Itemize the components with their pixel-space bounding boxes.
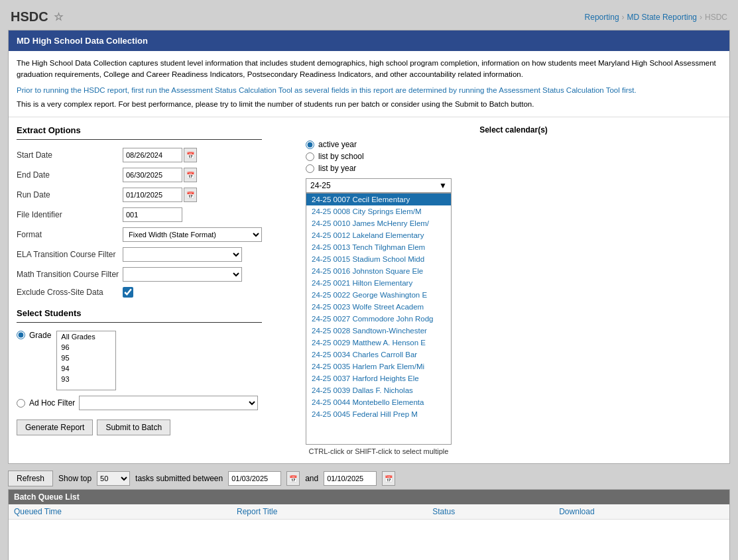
extract-options-title: Extract Options [17, 125, 295, 135]
refresh-button[interactable]: Refresh [8, 471, 53, 486]
grades-all[interactable]: All Grades [57, 331, 115, 342]
calendar-dropdown-value: 24-25 [310, 181, 331, 190]
batch-toolbar: Refresh Show top 50 tasks submitted betw… [8, 468, 730, 489]
calendar-item[interactable]: 24-25 0010 James McHenry Elem/ [306, 217, 451, 229]
end-date-calendar-button[interactable]: 📅 [184, 168, 197, 182]
exclude-cross-site-label: Exclude Cross-Site Data [17, 288, 123, 297]
calendar-item[interactable]: 24-25 0045 Federal Hill Prep M [306, 408, 451, 420]
calendar-item[interactable]: 24-25 0044 Montebello Elementa [306, 396, 451, 408]
list-by-year-radio-row: list by year [306, 164, 721, 173]
chevron-down-icon: ▼ [439, 181, 447, 190]
calendar-item[interactable]: 24-25 0029 Matthew A. Henson E [306, 337, 451, 349]
adhoc-filter-select[interactable] [79, 396, 258, 410]
active-year-radio[interactable] [306, 140, 314, 149]
batch-date-from-input[interactable] [228, 471, 281, 486]
calendar-item[interactable]: 24-25 0039 Dallas F. Nicholas [306, 384, 451, 396]
calendar-dropdown-header[interactable]: 24-25 ▼ [306, 178, 452, 193]
file-identifier-input[interactable] [123, 207, 182, 222]
section-title-bar: MD High School Data Collection [9, 30, 729, 51]
run-date-calendar-button[interactable]: 📅 [184, 188, 197, 202]
exclude-cross-site-row: Exclude Cross-Site Data [17, 287, 295, 298]
col-queued-time[interactable]: Queued Time [9, 504, 231, 520]
calendar-item[interactable]: 24-25 0015 Stadium School Midd [306, 253, 451, 265]
col-status[interactable]: Status [427, 504, 554, 520]
active-year-radio-row: active year [306, 140, 721, 149]
batch-date-to-calendar[interactable]: 📅 [382, 471, 395, 486]
calendar-item[interactable]: 24-25 0021 Hilton Elementary [306, 277, 451, 289]
batch-empty-row [9, 520, 729, 561]
ela-filter-select[interactable] [123, 247, 242, 262]
list-by-school-radio-row: list by school [306, 152, 721, 161]
description-line2: Prior to running the HSDC report, first … [17, 85, 721, 96]
run-date-row: Run Date 📅 [17, 188, 295, 202]
grade-93[interactable]: 93 [57, 374, 115, 384]
active-year-label: active year [318, 140, 357, 149]
show-top-select[interactable]: 50 [97, 471, 130, 486]
calendar-item[interactable]: 24-25 0012 Lakeland Elementary [306, 229, 451, 241]
calendar-hint: CTRL-click or SHIFT-click to select mult… [306, 447, 452, 455]
batch-date-from-calendar[interactable]: 📅 [286, 471, 300, 486]
adhoc-label: Ad Hoc Filter [29, 398, 75, 408]
calendar-item[interactable]: 24-25 0037 Harford Heights Ele [306, 372, 451, 384]
calendar-item[interactable]: 24-25 0016 Johnston Square Ele [306, 265, 451, 277]
end-date-input[interactable] [123, 168, 182, 182]
list-by-year-label: list by year [318, 164, 356, 173]
math-filter-row: Math Transition Course Filter [17, 267, 295, 282]
calendar-item[interactable]: 24-25 0028 Sandtown-Winchester [306, 325, 451, 337]
breadcrumb-reporting[interactable]: Reporting [585, 13, 619, 22]
calendar-item[interactable]: 24-25 0034 Charles Carroll Bar [306, 349, 451, 361]
breadcrumb-md-state[interactable]: MD State Reporting [627, 13, 697, 22]
math-filter-label: Math Transition Course Filter [17, 270, 123, 279]
grade-94[interactable]: 94 [57, 363, 115, 374]
batch-queue-box: Batch Queue List Queued Time Report Titl… [8, 489, 730, 560]
calendar-item[interactable]: 24-25 0035 Harlem Park Elem/Mi [306, 361, 451, 372]
favorite-icon[interactable]: ☆ [54, 11, 63, 23]
run-date-label: Run Date [17, 190, 123, 199]
start-date-label: Start Date [17, 150, 123, 160]
run-date-input[interactable] [123, 188, 182, 202]
description-line1: The High School Data Collection captures… [17, 58, 721, 81]
calendar-item[interactable]: 24-25 0027 Commodore John Rodg [306, 313, 451, 325]
col-report-title[interactable]: Report Title [231, 504, 427, 520]
grade-radio[interactable] [17, 331, 25, 339]
calendar-item[interactable]: 24-25 0023 Wolfe Street Academ [306, 301, 451, 313]
file-identifier-row: File Identifier [17, 207, 295, 222]
adhoc-radio[interactable] [17, 399, 25, 408]
grade-96[interactable]: 96 [57, 342, 115, 353]
submit-to-batch-button[interactable]: Submit to Batch [97, 420, 170, 435]
format-label: Format [17, 230, 123, 239]
show-top-label: Show top [58, 474, 92, 483]
end-date-label: End Date [17, 170, 123, 180]
calendar-item[interactable]: 24-25 0013 Tench Tilghman Elem [306, 241, 451, 253]
batch-queue-title: Batch Queue List [9, 490, 729, 504]
calendar-item[interactable]: 24-25 0008 City Springs Elem/M [306, 205, 451, 217]
left-column: Extract Options Start Date 📅 End Date 📅 [17, 125, 295, 455]
tasks-label: tasks submitted between [135, 474, 223, 483]
batch-date-to-input[interactable] [324, 471, 377, 486]
select-calendar-title: Select calendar(s) [306, 125, 721, 135]
and-label: and [305, 474, 318, 483]
description-area: The High School Data Collection captures… [9, 51, 729, 117]
breadcrumb-current: HSDC [705, 13, 727, 22]
end-date-row: End Date 📅 [17, 168, 295, 182]
main-content-box: MD High School Data Collection The High … [8, 30, 730, 464]
calendar-list[interactable]: 24-25 0007 Cecil Elementary24-25 0008 Ci… [306, 193, 452, 445]
description-line3: This is a very complex report. For best … [17, 99, 721, 110]
right-column: Select calendar(s) active year list by s… [306, 125, 721, 455]
start-date-row: Start Date 📅 [17, 148, 295, 162]
grades-list[interactable]: All Grades 96 95 94 93 [56, 331, 116, 390]
grade-radio-row: Grade All Grades 96 95 94 93 [17, 331, 295, 390]
list-by-year-radio[interactable] [306, 164, 314, 173]
file-identifier-label: File Identifier [17, 210, 123, 219]
format-select[interactable]: Fixed Width (State Format) [123, 227, 262, 242]
calendar-item[interactable]: 24-25 0022 George Washington E [306, 289, 451, 301]
start-date-input[interactable] [123, 148, 182, 162]
math-filter-select[interactable] [123, 267, 242, 282]
calendar-item[interactable]: 24-25 0007 Cecil Elementary [306, 194, 451, 205]
start-date-calendar-button[interactable]: 📅 [184, 148, 197, 162]
list-by-school-radio[interactable] [306, 152, 314, 161]
grade-95[interactable]: 95 [57, 353, 115, 363]
exclude-cross-site-checkbox[interactable] [123, 287, 133, 298]
generate-report-button[interactable]: Generate Report [17, 420, 93, 435]
ela-filter-label: ELA Transition Course Filter [17, 250, 123, 259]
